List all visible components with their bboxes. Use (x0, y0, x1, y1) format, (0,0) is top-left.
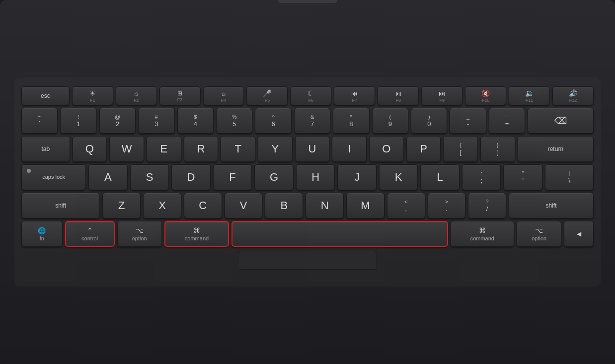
bottom-edge (21, 247, 594, 272)
key-quote[interactable]: " ' (503, 164, 542, 190)
bottom-row: 🌐 fn ⌃ control ⌥ option ⌘ command (21, 221, 594, 247)
key-n[interactable]: N (306, 193, 344, 218)
key-y[interactable]: Y (258, 136, 293, 162)
key-arrow-left[interactable]: ◀ (564, 221, 594, 247)
key-option-left[interactable]: ⌥ option (117, 221, 162, 247)
key-comma[interactable]: < , (387, 193, 425, 218)
key-1[interactable]: ! 1 (60, 108, 96, 134)
key-slash[interactable]: ? / (468, 193, 506, 218)
key-g[interactable]: G (254, 164, 294, 190)
key-a[interactable]: A (88, 164, 128, 190)
key-6[interactable]: ^ 6 (255, 108, 291, 134)
key-f6[interactable]: ☾ F6 (290, 86, 331, 105)
key-e[interactable]: E (147, 136, 181, 162)
key-f10[interactable]: 🔇 F10 (465, 86, 506, 105)
key-f5[interactable]: 🎤 F5 (246, 86, 288, 105)
key-u[interactable]: U (295, 136, 330, 162)
key-command-right[interactable]: ⌘ command (451, 221, 514, 247)
key-f4[interactable]: ⌕ F4 (203, 86, 244, 105)
key-shift-right[interactable]: shift (509, 193, 594, 218)
key-z[interactable]: Z (102, 193, 141, 218)
num-row: ~ ` ! 1 @ 2 # 3 $ 4 (21, 108, 594, 134)
key-m[interactable]: M (346, 193, 384, 218)
key-bracket-r[interactable]: } ] (480, 136, 515, 162)
key-k[interactable]: K (379, 164, 418, 190)
key-s[interactable]: S (130, 164, 169, 190)
key-f11[interactable]: 🔉 F11 (509, 86, 550, 105)
a-row: caps lock A S D F G H J K L : ; " ' (21, 164, 594, 190)
key-d[interactable]: D (171, 164, 211, 190)
key-3[interactable]: # 3 (138, 108, 174, 134)
key-f2[interactable]: ☼ F2 (116, 86, 157, 105)
key-esc[interactable]: esc (21, 86, 70, 105)
key-j[interactable]: J (337, 164, 377, 190)
key-f9[interactable]: ⏭ F9 (421, 86, 462, 105)
key-f[interactable]: F (213, 164, 252, 190)
key-return[interactable]: return (518, 136, 594, 162)
key-w[interactable]: W (109, 136, 144, 162)
key-shift-left[interactable]: shift (21, 193, 100, 218)
key-equals[interactable]: + = (489, 108, 525, 134)
key-t[interactable]: T (221, 136, 255, 162)
laptop-frame: esc ☀ F1 ☼ F2 ⊞ F3 ⌕ F4 (0, 0, 615, 364)
key-2[interactable]: @ 2 (99, 108, 136, 134)
key-h[interactable]: H (296, 164, 335, 190)
key-x[interactable]: X (143, 193, 181, 218)
key-9[interactable]: ( 9 (372, 108, 408, 134)
key-c[interactable]: C (184, 193, 222, 218)
top-bar (278, 0, 337, 3)
z-row: shift Z X C V B N M < , > . ? (21, 193, 594, 218)
key-7[interactable]: & 7 (294, 108, 330, 134)
key-4[interactable]: $ 4 (177, 108, 214, 134)
key-p[interactable]: P (406, 136, 441, 162)
key-semicolon[interactable]: : ; (462, 164, 501, 190)
key-bracket-l[interactable]: { [ (443, 136, 478, 162)
key-f12[interactable]: 🔊 F12 (552, 86, 594, 105)
key-f8[interactable]: ⏯ F8 (378, 86, 419, 105)
key-minus[interactable]: _ - (450, 108, 486, 134)
key-control[interactable]: ⌃ control (65, 221, 115, 247)
key-fn[interactable]: 🌐 fn (21, 221, 63, 247)
fn-row: esc ☀ F1 ☼ F2 ⊞ F3 ⌕ F4 (21, 86, 594, 105)
key-q[interactable]: Q (73, 136, 107, 162)
key-option-right[interactable]: ⌥ option (517, 221, 561, 247)
key-o[interactable]: O (369, 136, 404, 162)
key-space[interactable] (231, 221, 448, 247)
key-caps-lock[interactable]: caps lock (21, 164, 86, 190)
key-tab[interactable]: tab (21, 136, 70, 162)
key-5[interactable]: % 5 (216, 108, 252, 134)
key-l[interactable]: L (420, 164, 460, 190)
key-backspace[interactable]: ⌫ (528, 108, 594, 134)
key-v[interactable]: V (225, 193, 263, 218)
key-f3[interactable]: ⊞ F3 (159, 86, 201, 105)
key-f1[interactable]: ☀ F1 (72, 86, 113, 105)
key-i[interactable]: I (332, 136, 367, 162)
key-8[interactable]: * 8 (333, 108, 369, 134)
keyboard-area: esc ☀ F1 ☼ F2 ⊞ F3 ⌕ F4 (14, 77, 601, 287)
key-f7[interactable]: ⏮ F7 (334, 86, 375, 105)
caps-lock-indicator (27, 169, 31, 173)
key-period[interactable]: > . (428, 193, 466, 218)
key-backtick[interactable]: ~ ` (21, 108, 58, 134)
q-row: tab Q W E R T Y U I O P { [ } ] (21, 136, 594, 162)
key-backslash[interactable]: | \ (545, 164, 594, 190)
key-r[interactable]: R (184, 136, 219, 162)
trackpad[interactable] (238, 251, 377, 270)
key-b[interactable]: B (265, 193, 303, 218)
keyboard-rows: esc ☀ F1 ☼ F2 ⊞ F3 ⌕ F4 (21, 86, 594, 247)
key-0[interactable]: ) 0 (411, 108, 447, 134)
key-command-left[interactable]: ⌘ command (164, 221, 229, 247)
